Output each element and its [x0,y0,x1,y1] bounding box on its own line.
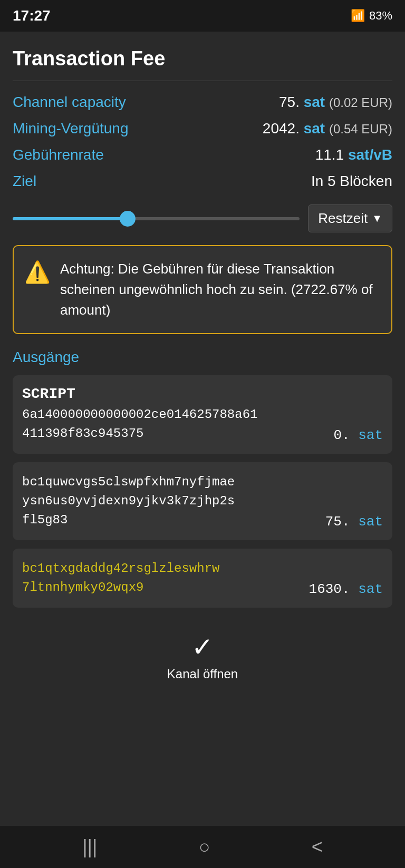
output-address-yellow: bc1qtxgdaddg42rsglzleswhrw7ltnnhymky02wq… [22,559,303,597]
slider-track [13,217,300,220]
nav-menu-icon[interactable]: ||| [82,836,97,858]
nav-home-icon[interactable]: ○ [199,836,210,858]
fee-row-mining: Mining-Vergütung 2042. sat (0.54 EUR) [13,120,392,137]
output-address-bc1q: bc1quwcvgs5clswpfxhm7nyfjmaeysn6us0yvjde… [22,473,319,530]
bottom-action[interactable]: ✓ Kanal öffnen [13,616,392,692]
page-title: Transaction Fee [13,32,392,81]
checkmark-icon: ✓ [191,632,214,662]
chevron-down-icon: ▼ [372,212,382,225]
fee-row-gebuehrenrate: Gebührenrate 11.1 sat/vB [13,147,392,163]
output-amount-yellow: 1630. sat [309,581,383,597]
script-label: SCRIPT [22,386,383,402]
nav-bar: ||| ○ < [0,826,405,868]
fee-value-ziel: In 5 Blöcken [311,173,392,190]
action-label: Kanal öffnen [167,667,238,681]
slider-container[interactable] [13,213,300,224]
slider-section: Restzeit ▼ [13,204,392,232]
channel-capacity-eur: (0.02 EUR) [329,95,392,110]
gebuehrenrate-main: 11.1 [315,147,348,163]
fee-label-mining: Mining-Vergütung [13,120,128,137]
output-card-bc1q: bc1quwcvgs5clswpfxhm7nyfjmaeysn6us0yvjde… [13,462,392,540]
output-sat-bc1q: sat [358,514,383,530]
fee-label-gebuehrenrate: Gebührenrate [13,147,104,163]
main-content: Transaction Fee Channel capacity 75. sat… [0,32,405,826]
fee-label-ziel: Ziel [13,173,36,190]
fee-rows: Channel capacity 75. sat (0.02 EUR) Mini… [13,94,392,190]
status-bar: 17:27 📶 83% [0,0,405,32]
warning-box: ⚠️ Achtung: Die Gebühren für diese Trans… [13,245,392,334]
status-icons: 📶 83% [351,9,392,23]
restzeit-dropdown[interactable]: Restzeit ▼ [308,204,392,232]
dropdown-label: Restzeit [318,210,368,227]
mining-main: 2042. [263,120,300,136]
output-sat-script: sat [358,427,383,443]
gebuehrenrate-sat: sat/vB [348,147,392,163]
fee-label-channel-capacity: Channel capacity [13,94,126,111]
channel-capacity-sat: sat [304,94,325,110]
output-card-row-bc1q: bc1quwcvgs5clswpfxhm7nyfjmaeysn6us0yvjde… [22,473,383,530]
output-amount-bc1q: 75. sat [325,514,383,530]
channel-capacity-main: 75. [279,94,300,110]
mining-sat: sat [304,120,325,136]
status-time: 17:27 [13,7,51,24]
fee-value-gebuehrenrate: 11.1 sat/vB [315,147,392,163]
mining-eur: (0.54 EUR) [329,122,392,136]
output-sat-yellow: sat [358,581,383,597]
warning-text: Achtung: Die Gebühren für diese Transakt… [60,259,381,320]
fee-value-channel-capacity: 75. sat (0.02 EUR) [279,94,392,111]
output-card-yellow: bc1qtxgdaddg42rsglzleswhrw7ltnnhymky02wq… [13,549,392,608]
battery-text: 83% [369,9,392,23]
fee-row-ziel: Ziel In 5 Blöcken [13,173,392,190]
output-card-row-script: 6a140000000000002ce014625788a61411398f83… [22,405,383,443]
warning-icon: ⚠️ [24,260,51,285]
ausgaenge-label: Ausgänge [13,349,392,366]
slider-thumb[interactable] [120,211,136,227]
wifi-icon: 📶 [351,9,365,23]
divider [13,81,392,81]
output-card-row-yellow: bc1qtxgdaddg42rsglzleswhrw7ltnnhymky02wq… [22,559,383,597]
fee-row-channel-capacity: Channel capacity 75. sat (0.02 EUR) [13,94,392,111]
nav-back-icon[interactable]: < [312,836,323,858]
output-address-script: 6a140000000000002ce014625788a61411398f83… [22,405,327,443]
fee-value-mining: 2042. sat (0.54 EUR) [263,120,392,137]
slider-fill [13,217,128,220]
output-amount-script: 0. sat [333,427,383,443]
output-card-script: SCRIPT 6a140000000000002ce014625788a6141… [13,375,392,454]
